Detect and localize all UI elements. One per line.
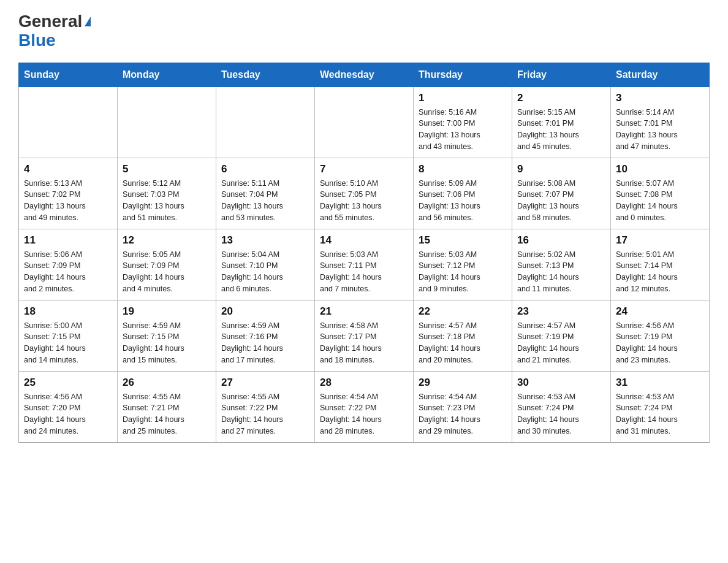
cell-day-number: 5 bbox=[123, 163, 211, 175]
cell-sun-info: Sunrise: 5:12 AM Sunset: 7:03 PM Dayligh… bbox=[123, 178, 211, 224]
cell-sun-info: Sunrise: 4:54 AM Sunset: 7:22 PM Dayligh… bbox=[320, 391, 408, 437]
calendar-cell bbox=[19, 86, 118, 158]
cell-sun-info: Sunrise: 5:03 AM Sunset: 7:11 PM Dayligh… bbox=[320, 249, 408, 295]
calendar-cell: 5Sunrise: 5:12 AM Sunset: 7:03 PM Daylig… bbox=[118, 158, 216, 229]
weekday-header-sunday: Sunday bbox=[19, 63, 118, 86]
cell-day-number: 10 bbox=[616, 163, 704, 175]
cell-sun-info: Sunrise: 4:53 AM Sunset: 7:24 PM Dayligh… bbox=[517, 391, 605, 437]
calendar-cell: 28Sunrise: 4:54 AM Sunset: 7:22 PM Dayli… bbox=[315, 371, 414, 442]
cell-day-number: 13 bbox=[221, 234, 309, 247]
cell-sun-info: Sunrise: 5:01 AM Sunset: 7:14 PM Dayligh… bbox=[616, 249, 704, 295]
calendar-cell: 18Sunrise: 5:00 AM Sunset: 7:15 PM Dayli… bbox=[19, 300, 118, 371]
cell-sun-info: Sunrise: 4:57 AM Sunset: 7:19 PM Dayligh… bbox=[517, 320, 605, 366]
cell-day-number: 31 bbox=[616, 377, 704, 389]
cell-sun-info: Sunrise: 5:05 AM Sunset: 7:09 PM Dayligh… bbox=[123, 249, 211, 295]
calendar-cell: 24Sunrise: 4:56 AM Sunset: 7:19 PM Dayli… bbox=[611, 300, 710, 371]
calendar-cell bbox=[118, 86, 216, 158]
calendar-cell: 17Sunrise: 5:01 AM Sunset: 7:14 PM Dayli… bbox=[611, 229, 710, 300]
calendar-cell: 14Sunrise: 5:03 AM Sunset: 7:11 PM Dayli… bbox=[315, 229, 414, 300]
cell-sun-info: Sunrise: 5:10 AM Sunset: 7:05 PM Dayligh… bbox=[320, 178, 408, 224]
cell-day-number: 26 bbox=[123, 377, 211, 389]
weekday-header-row: SundayMondayTuesdayWednesdayThursdayFrid… bbox=[19, 63, 710, 86]
calendar-week-row: 11Sunrise: 5:06 AM Sunset: 7:09 PM Dayli… bbox=[19, 229, 710, 300]
calendar-cell: 6Sunrise: 5:11 AM Sunset: 7:04 PM Daylig… bbox=[216, 158, 315, 229]
cell-sun-info: Sunrise: 5:11 AM Sunset: 7:04 PM Dayligh… bbox=[221, 178, 309, 224]
cell-sun-info: Sunrise: 4:58 AM Sunset: 7:17 PM Dayligh… bbox=[320, 320, 408, 366]
cell-sun-info: Sunrise: 5:00 AM Sunset: 7:15 PM Dayligh… bbox=[24, 320, 112, 366]
calendar-cell: 23Sunrise: 4:57 AM Sunset: 7:19 PM Dayli… bbox=[512, 300, 611, 371]
cell-day-number: 22 bbox=[419, 305, 507, 318]
calendar-week-row: 18Sunrise: 5:00 AM Sunset: 7:15 PM Dayli… bbox=[19, 300, 710, 371]
calendar-cell: 9Sunrise: 5:08 AM Sunset: 7:07 PM Daylig… bbox=[512, 158, 611, 229]
calendar-week-row: 25Sunrise: 4:56 AM Sunset: 7:20 PM Dayli… bbox=[19, 371, 710, 442]
cell-day-number: 16 bbox=[517, 234, 605, 247]
calendar-cell: 16Sunrise: 5:02 AM Sunset: 7:13 PM Dayli… bbox=[512, 229, 611, 300]
calendar-cell: 22Sunrise: 4:57 AM Sunset: 7:18 PM Dayli… bbox=[414, 300, 512, 371]
calendar-table: SundayMondayTuesdayWednesdayThursdayFrid… bbox=[18, 63, 710, 443]
cell-sun-info: Sunrise: 4:57 AM Sunset: 7:18 PM Dayligh… bbox=[419, 320, 507, 366]
cell-sun-info: Sunrise: 5:08 AM Sunset: 7:07 PM Dayligh… bbox=[517, 178, 605, 224]
page-header: General Blue bbox=[18, 12, 710, 50]
cell-day-number: 6 bbox=[221, 163, 309, 175]
cell-sun-info: Sunrise: 4:56 AM Sunset: 7:20 PM Dayligh… bbox=[24, 391, 112, 437]
calendar-cell: 2Sunrise: 5:15 AM Sunset: 7:01 PM Daylig… bbox=[512, 86, 611, 158]
weekday-header-thursday: Thursday bbox=[414, 63, 512, 86]
cell-sun-info: Sunrise: 5:06 AM Sunset: 7:09 PM Dayligh… bbox=[24, 249, 112, 295]
calendar-cell: 31Sunrise: 4:53 AM Sunset: 7:24 PM Dayli… bbox=[611, 371, 710, 442]
cell-sun-info: Sunrise: 5:02 AM Sunset: 7:13 PM Dayligh… bbox=[517, 249, 605, 295]
calendar-cell: 1Sunrise: 5:16 AM Sunset: 7:00 PM Daylig… bbox=[414, 86, 512, 158]
calendar-cell: 10Sunrise: 5:07 AM Sunset: 7:08 PM Dayli… bbox=[611, 158, 710, 229]
calendar-cell: 19Sunrise: 4:59 AM Sunset: 7:15 PM Dayli… bbox=[118, 300, 216, 371]
weekday-header-monday: Monday bbox=[118, 63, 216, 86]
cell-sun-info: Sunrise: 4:53 AM Sunset: 7:24 PM Dayligh… bbox=[616, 391, 704, 437]
calendar-cell: 25Sunrise: 4:56 AM Sunset: 7:20 PM Dayli… bbox=[19, 371, 118, 442]
calendar-cell: 29Sunrise: 4:54 AM Sunset: 7:23 PM Dayli… bbox=[414, 371, 512, 442]
calendar-week-row: 1Sunrise: 5:16 AM Sunset: 7:00 PM Daylig… bbox=[19, 86, 710, 158]
cell-sun-info: Sunrise: 5:15 AM Sunset: 7:01 PM Dayligh… bbox=[517, 107, 605, 153]
cell-sun-info: Sunrise: 5:09 AM Sunset: 7:06 PM Dayligh… bbox=[419, 178, 507, 224]
cell-sun-info: Sunrise: 4:55 AM Sunset: 7:22 PM Dayligh… bbox=[221, 391, 309, 437]
cell-day-number: 29 bbox=[419, 377, 507, 389]
weekday-header-wednesday: Wednesday bbox=[315, 63, 414, 86]
weekday-header-tuesday: Tuesday bbox=[216, 63, 315, 86]
cell-day-number: 2 bbox=[517, 92, 605, 104]
calendar-cell: 26Sunrise: 4:55 AM Sunset: 7:21 PM Dayli… bbox=[118, 371, 216, 442]
cell-sun-info: Sunrise: 5:13 AM Sunset: 7:02 PM Dayligh… bbox=[24, 178, 112, 224]
cell-sun-info: Sunrise: 4:54 AM Sunset: 7:23 PM Dayligh… bbox=[419, 391, 507, 437]
cell-sun-info: Sunrise: 5:04 AM Sunset: 7:10 PM Dayligh… bbox=[221, 249, 309, 295]
calendar-cell: 15Sunrise: 5:03 AM Sunset: 7:12 PM Dayli… bbox=[414, 229, 512, 300]
cell-day-number: 9 bbox=[517, 163, 605, 175]
calendar-cell: 30Sunrise: 4:53 AM Sunset: 7:24 PM Dayli… bbox=[512, 371, 611, 442]
cell-day-number: 24 bbox=[616, 305, 704, 318]
cell-day-number: 23 bbox=[517, 305, 605, 318]
calendar-cell: 4Sunrise: 5:13 AM Sunset: 7:02 PM Daylig… bbox=[19, 158, 118, 229]
cell-sun-info: Sunrise: 4:59 AM Sunset: 7:16 PM Dayligh… bbox=[221, 320, 309, 366]
calendar-cell: 21Sunrise: 4:58 AM Sunset: 7:17 PM Dayli… bbox=[315, 300, 414, 371]
cell-day-number: 11 bbox=[24, 234, 112, 247]
cell-day-number: 7 bbox=[320, 163, 408, 175]
cell-sun-info: Sunrise: 4:56 AM Sunset: 7:19 PM Dayligh… bbox=[616, 320, 704, 366]
calendar-cell bbox=[216, 86, 315, 158]
logo: General Blue bbox=[18, 12, 91, 50]
logo-text-blue: Blue bbox=[18, 31, 91, 50]
calendar-cell: 7Sunrise: 5:10 AM Sunset: 7:05 PM Daylig… bbox=[315, 158, 414, 229]
calendar-week-row: 4Sunrise: 5:13 AM Sunset: 7:02 PM Daylig… bbox=[19, 158, 710, 229]
cell-day-number: 14 bbox=[320, 234, 408, 247]
cell-day-number: 12 bbox=[123, 234, 211, 247]
logo-text-general: General bbox=[18, 12, 82, 31]
cell-sun-info: Sunrise: 4:55 AM Sunset: 7:21 PM Dayligh… bbox=[123, 391, 211, 437]
cell-day-number: 25 bbox=[24, 377, 112, 389]
cell-day-number: 8 bbox=[419, 163, 507, 175]
cell-sun-info: Sunrise: 5:07 AM Sunset: 7:08 PM Dayligh… bbox=[616, 178, 704, 224]
calendar-body: 1Sunrise: 5:16 AM Sunset: 7:00 PM Daylig… bbox=[19, 86, 710, 442]
calendar-cell: 12Sunrise: 5:05 AM Sunset: 7:09 PM Dayli… bbox=[118, 229, 216, 300]
calendar-cell: 13Sunrise: 5:04 AM Sunset: 7:10 PM Dayli… bbox=[216, 229, 315, 300]
cell-sun-info: Sunrise: 5:03 AM Sunset: 7:12 PM Dayligh… bbox=[419, 249, 507, 295]
calendar-header: SundayMondayTuesdayWednesdayThursdayFrid… bbox=[19, 63, 710, 86]
calendar-cell: 8Sunrise: 5:09 AM Sunset: 7:06 PM Daylig… bbox=[414, 158, 512, 229]
cell-sun-info: Sunrise: 4:59 AM Sunset: 7:15 PM Dayligh… bbox=[123, 320, 211, 366]
calendar-cell: 20Sunrise: 4:59 AM Sunset: 7:16 PM Dayli… bbox=[216, 300, 315, 371]
weekday-header-friday: Friday bbox=[512, 63, 611, 86]
cell-day-number: 28 bbox=[320, 377, 408, 389]
calendar-cell: 27Sunrise: 4:55 AM Sunset: 7:22 PM Dayli… bbox=[216, 371, 315, 442]
